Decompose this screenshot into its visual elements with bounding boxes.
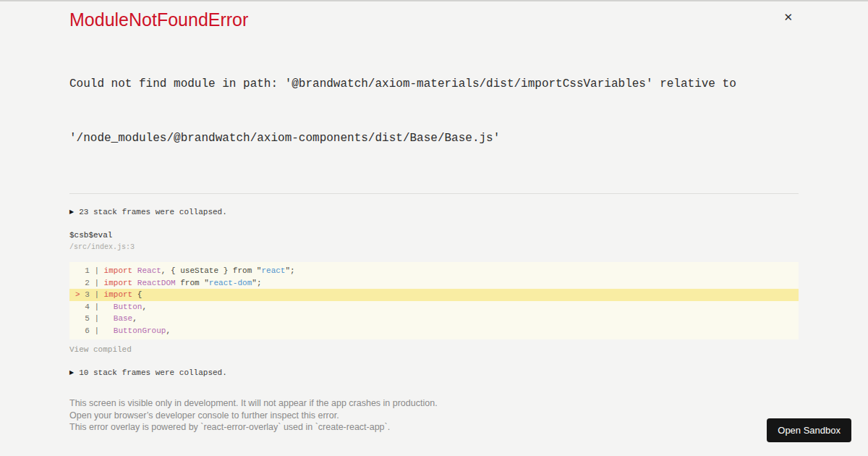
code-block: 1 | import React, { useState } from "rea…	[69, 262, 799, 339]
code-token: react	[261, 266, 285, 275]
code-token: 5 |	[75, 314, 104, 323]
code-token: Button	[114, 303, 142, 311]
collapsed-frames-top[interactable]: ▶23 stack frames were collapsed.	[69, 207, 799, 217]
footer-line: Open your browser’s developer console to…	[69, 410, 799, 422]
view-compiled-link[interactable]: View compiled	[69, 345, 799, 355]
code-token	[132, 279, 137, 287]
code-token: react-dom	[209, 279, 252, 287]
code-token: import	[104, 279, 133, 287]
code-token	[104, 314, 114, 323]
error-message-line: '/node_modules/@brandwatch/axiom-compone…	[69, 130, 799, 148]
code-token: 1 |	[75, 266, 104, 275]
code-token: 4 |	[75, 303, 104, 311]
footer-note: This screen is visible only in developme…	[69, 397, 799, 434]
code-line: > 3 | import {	[69, 289, 799, 301]
expand-triangle-icon: ▶	[69, 369, 74, 376]
code-token	[104, 303, 114, 311]
code-token: ButtonGroup	[114, 326, 166, 335]
code-token: 3 |	[85, 290, 103, 299]
collapsed-frames-bottom[interactable]: ▶10 stack frames were collapsed.	[69, 368, 799, 378]
collapsed-frames-top-label: 23 stack frames were collapsed.	[79, 208, 227, 216]
code-token: {	[132, 290, 142, 299]
code-token	[132, 266, 137, 275]
code-token: ";	[285, 266, 294, 275]
expand-triangle-icon: ▶	[69, 208, 74, 215]
footer-line: This screen is visible only in developme…	[69, 397, 799, 410]
code-token: ";	[252, 279, 261, 287]
code-token: import	[104, 266, 133, 275]
stack-frame: $csb$eval /src/index.js:3	[69, 230, 799, 252]
overlay-content: ModuleNotFoundError ✕ Could not find mod…	[0, 0, 868, 434]
open-sandbox-button[interactable]: Open Sandbox	[767, 418, 851, 442]
code-token: >	[75, 290, 85, 299]
code-token: ,	[132, 314, 137, 323]
divider	[69, 193, 799, 194]
code-line: 4 | Button,	[69, 301, 799, 313]
code-token: ReactDOM	[137, 279, 176, 287]
code-token: React	[137, 266, 161, 275]
code-token: ,	[142, 303, 147, 311]
overlay-header: ModuleNotFoundError ✕	[69, 9, 799, 30]
code-token	[104, 326, 114, 335]
code-token: from "	[176, 279, 209, 287]
code-token: Base	[114, 314, 132, 323]
code-token: import	[104, 290, 133, 299]
code-line: 5 | Base,	[69, 313, 799, 325]
error-message-line: Could not find module in path: '@brandwa…	[69, 75, 799, 93]
frame-location: /src/index.js:3	[69, 243, 799, 252]
code-line: 1 | import React, { useState } from "rea…	[69, 265, 799, 277]
code-token: 2 |	[75, 279, 104, 287]
collapsed-frames-bottom-label: 10 stack frames were collapsed.	[79, 368, 227, 377]
code-line: 6 | ButtonGroup,	[69, 325, 799, 337]
frame-function-name: $csb$eval	[69, 230, 799, 240]
code-token: 6 |	[75, 326, 104, 335]
code-token: , { useState } from "	[161, 266, 262, 275]
error-title: ModuleNotFoundError	[69, 9, 248, 30]
error-message: Could not find module in path: '@brandwa…	[69, 39, 799, 184]
footer-line: This error overlay is powered by `react-…	[69, 421, 799, 434]
code-token: ,	[166, 326, 171, 335]
close-icon[interactable]: ✕	[783, 12, 793, 23]
code-line: 2 | import ReactDOM from "react-dom";	[69, 277, 799, 290]
